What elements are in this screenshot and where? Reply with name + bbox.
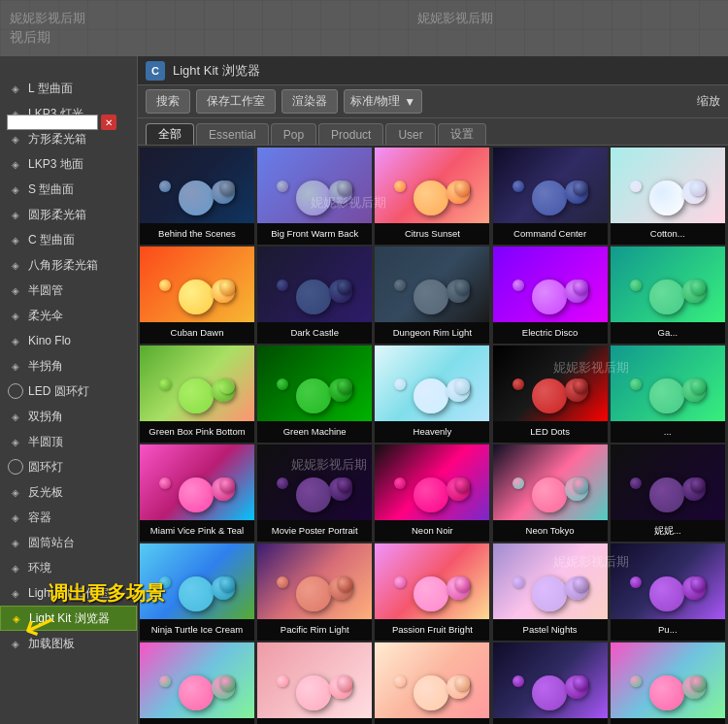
sphere-group xyxy=(611,148,725,223)
grid-item-neon-tokyo[interactable]: Neon Tokyo xyxy=(493,444,608,542)
oct-softbox-icon: ◈ xyxy=(8,257,23,273)
sphere-group xyxy=(257,346,372,421)
grid-item-thumbnail xyxy=(611,346,725,421)
grid-item-label: LED Dots xyxy=(493,421,608,443)
grid-item-command[interactable]: Command Center xyxy=(493,148,608,245)
sidebar-item-led-ring[interactable]: LED 圆环灯 xyxy=(0,378,137,404)
standard-dropdown[interactable]: 标准/物理 ▼ xyxy=(344,89,422,114)
sphere-group xyxy=(257,148,372,223)
sidebar-item-round-softbox[interactable]: ◈ 圆形柔光箱 xyxy=(0,202,137,227)
sidebar-item-environment[interactable]: ◈ 环境 xyxy=(0,555,137,580)
sphere-large xyxy=(414,181,448,215)
sphere-tiny xyxy=(630,378,642,390)
zoom-label: 缩放 xyxy=(697,93,720,110)
grid-item-pink-ufos[interactable]: Pink UFOs xyxy=(375,642,489,724)
sphere-large xyxy=(296,378,331,413)
sidebar-item-ring-light[interactable]: 圆环灯 xyxy=(0,454,137,479)
tab-settings[interactable]: 设置 xyxy=(438,123,486,145)
grid-item-thumbnail xyxy=(257,543,372,619)
sidebar-item-cylinder[interactable]: ◈ 圆筒站台 xyxy=(0,530,137,555)
sidebar-item-s-curve[interactable]: ◈ S 型曲面 xyxy=(0,177,137,202)
grid-item-extra2[interactable]: Pu... xyxy=(611,543,725,641)
sphere-group xyxy=(493,346,608,421)
grid-item-behind[interactable]: Behind the Scenes xyxy=(140,148,254,245)
grid-item-electric[interactable]: Electric Disco xyxy=(493,247,608,344)
grid-item-passion[interactable]: Passion Fruit Bright xyxy=(375,543,489,641)
grid-item-pastel[interactable]: Pastel Nights xyxy=(493,543,608,641)
sphere-large xyxy=(532,181,567,215)
sphere-large xyxy=(649,576,684,611)
grid-item-purple-space[interactable]: Purple Space Station xyxy=(493,642,608,724)
grid-item-thumbnail xyxy=(375,247,489,322)
grid-item-green-machine[interactable]: Green Machine xyxy=(257,346,372,443)
grid-item-big-front[interactable]: Big Front Warm Back xyxy=(257,148,372,245)
sidebar-item-half-corner[interactable]: ◈ 半拐角 xyxy=(0,353,137,378)
grid-item-dungeon[interactable]: Dungeon Rim Light xyxy=(375,247,489,344)
tab-all[interactable]: 全部 xyxy=(146,123,194,145)
sidebar-item-c-curve[interactable]: ◈ C 型曲面 xyxy=(0,227,137,252)
grid-item-extra1[interactable]: 妮妮... xyxy=(611,444,725,542)
grid-item-pink-green[interactable]: Pink Green Neon xyxy=(140,642,254,724)
sidebar-item-l-curve[interactable]: ◈ L 型曲面 xyxy=(0,76,137,101)
sphere-tiny xyxy=(277,576,288,588)
sidebar-item-half-dome[interactable]: ◈ 半圆顶 xyxy=(0,429,137,454)
sphere-tiny xyxy=(394,378,406,390)
sphere-small xyxy=(219,378,235,394)
grid-item-cotton[interactable]: Cotton... xyxy=(611,148,725,245)
sphere-large xyxy=(532,576,567,611)
grid-item-green-box[interactable]: Green Box Pink Bottom xyxy=(140,346,254,443)
grid-item-ga2[interactable]: ... xyxy=(611,346,725,443)
sphere-group xyxy=(493,444,608,520)
grid-item-led-dots[interactable]: LED Dots xyxy=(493,346,608,443)
tabs-row: 全部 Essential Pop Product User 设置 xyxy=(138,118,728,146)
sphere-small xyxy=(690,675,706,691)
round-softbox-icon: ◈ xyxy=(8,207,23,222)
sphere-large xyxy=(414,280,448,314)
grid-item-label: Pastel Nights xyxy=(493,619,608,641)
renderer-button[interactable]: 渲染器 xyxy=(281,89,338,114)
save-workspace-button[interactable]: 保存工作室 xyxy=(196,89,276,114)
grid-item-heavenly[interactable]: Heavenly xyxy=(375,346,489,443)
grid-item-cuban[interactable]: Cuban Dawn xyxy=(140,247,254,344)
sidebar-item-reflector[interactable]: ◈ 反光板 xyxy=(0,479,137,505)
grid-item-pacific[interactable]: Pacific Rim Light xyxy=(257,543,372,641)
tab-essential[interactable]: Essential xyxy=(196,123,269,145)
tab-product[interactable]: Product xyxy=(318,123,383,145)
sidebar-item-kino-flo[interactable]: ◈ Kino Flo xyxy=(0,328,137,353)
sidebar-item-soft-umbrella[interactable]: ◈ 柔光伞 xyxy=(0,303,137,328)
grid-item-dark-castle[interactable]: Dark Castle xyxy=(257,247,372,344)
grid-item-label: Pink Green Neon xyxy=(140,718,254,724)
grid-item-extra3[interactable]: ... xyxy=(611,642,725,724)
reflector-icon: ◈ xyxy=(8,484,23,500)
sphere-tiny xyxy=(630,477,642,489)
grid-item-pink-rim[interactable]: Pink Rim xyxy=(257,642,372,724)
sphere-tiny xyxy=(159,378,171,390)
grid-item-thumbnail xyxy=(611,444,725,520)
sidebar-item-double-corner[interactable]: ◈ 双拐角 xyxy=(0,404,137,429)
grid-item-label: Neon Tokyo xyxy=(493,520,608,542)
grid-item-label: Pink Rim xyxy=(257,718,372,724)
grid-item-movie[interactable]: Movie Poster Portrait xyxy=(257,444,372,542)
grid-item-miami[interactable]: Miami Vice Pink & Teal xyxy=(140,444,254,542)
tab-pop[interactable]: Pop xyxy=(271,123,316,145)
grid-item-thumbnail xyxy=(375,642,489,718)
tab-user[interactable]: User xyxy=(385,123,435,145)
grid-item-neon-noir[interactable]: Neon Noir xyxy=(375,444,489,542)
search-button[interactable]: 搜索 xyxy=(146,89,190,114)
sidebar-item-lkp3-ground[interactable]: ◈ LKP3 地面 xyxy=(0,151,137,177)
sphere-tiny xyxy=(630,576,642,588)
sphere-large xyxy=(414,675,448,710)
sidebar-item-half-tube[interactable]: ◈ 半圆管 xyxy=(0,278,137,303)
grid-item-citrus[interactable]: Citrus Sunset xyxy=(375,148,489,245)
sidebar-close-button[interactable]: ✕ xyxy=(101,115,116,130)
grid-item-ga[interactable]: Ga... xyxy=(611,247,725,344)
grid-item-label: Pu... xyxy=(611,619,725,641)
sidebar-search-input[interactable] xyxy=(7,115,98,130)
annotation-text: 调出更多场景 xyxy=(49,580,165,607)
sphere-tiny xyxy=(277,477,288,489)
sidebar-item-container[interactable]: ◈ 容器 xyxy=(0,505,137,530)
grid-item-label: Command Center xyxy=(493,223,608,245)
sidebar-item-oct-softbox[interactable]: ◈ 八角形柔光箱 xyxy=(0,252,137,278)
sphere-tiny xyxy=(630,280,642,291)
led-ring-icon xyxy=(8,383,23,399)
